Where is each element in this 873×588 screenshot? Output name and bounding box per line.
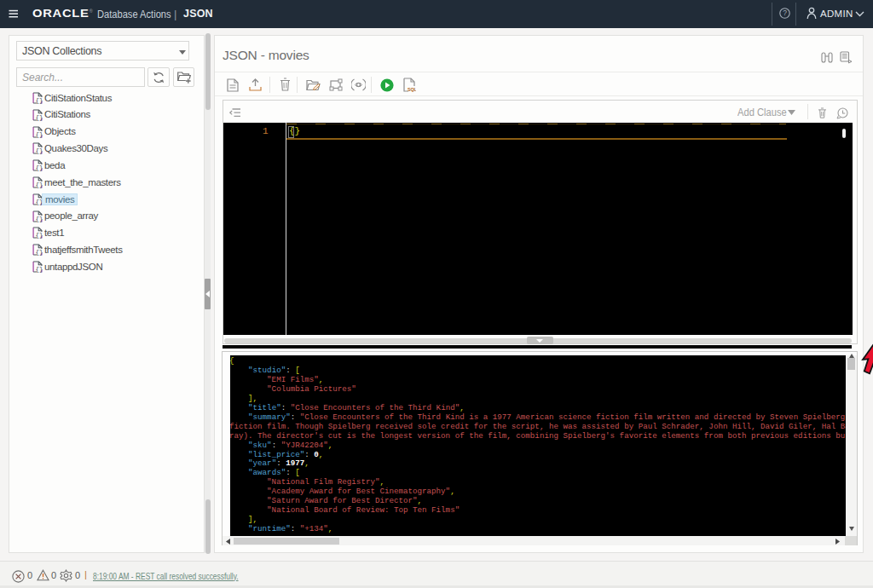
- svg-text:{}: {}: [35, 182, 43, 188]
- svg-text:{}: {}: [35, 113, 43, 120]
- svg-text:{}: {}: [35, 130, 43, 137]
- svg-text:{}: {}: [35, 232, 43, 239]
- svg-text:SQL: SQL: [408, 87, 416, 92]
- svg-text:?: ?: [783, 9, 787, 17]
- svg-text:{}: {}: [35, 215, 43, 222]
- svg-text:{}: {}: [35, 266, 43, 273]
- svg-text:{}: {}: [35, 147, 43, 154]
- svg-text:{}: {}: [35, 249, 43, 256]
- svg-text:{}: {}: [35, 164, 43, 171]
- svg-text:{}: {}: [35, 97, 43, 104]
